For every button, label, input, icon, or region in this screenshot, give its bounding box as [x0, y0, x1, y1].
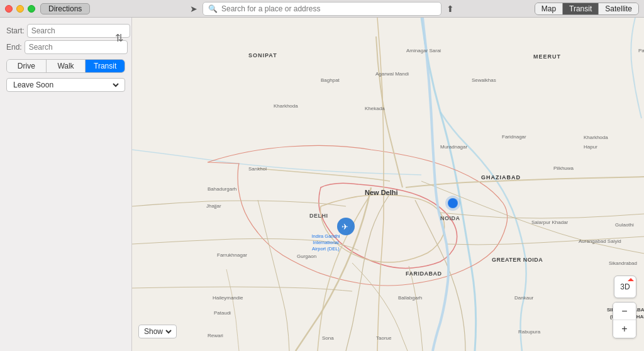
svg-text:Taorue: Taorue	[376, 335, 392, 341]
end-label: End:	[6, 43, 22, 52]
map-type-map[interactable]: Map	[535, 3, 563, 14]
route-inputs: Start: End: ⇅	[6, 24, 125, 54]
svg-text:Faridnagar: Faridnagar	[502, 134, 526, 140]
svg-text:Sankhol: Sankhol	[248, 166, 267, 172]
end-row: End:	[6, 40, 125, 54]
svg-text:✈: ✈	[341, 222, 348, 231]
map-type-transit[interactable]: Transit	[563, 3, 599, 14]
directions-button[interactable]: Directions	[40, 3, 90, 14]
svg-text:NOIDA: NOIDA	[440, 215, 460, 221]
start-row: Start:	[6, 24, 125, 38]
minimize-button[interactable]	[16, 5, 24, 13]
svg-text:MEERUT: MEERUT	[533, 53, 561, 60]
map-right-controls: 3D − +	[613, 276, 636, 338]
3d-button[interactable]: 3D	[614, 276, 636, 298]
depart-select-wrapper[interactable]: Leave Soon Depart At... Arrive By...	[6, 78, 125, 92]
map-svg: SONIPAT Aminagar Sarai MEERUT Parikshitg…	[132, 18, 644, 351]
svg-text:DELHI: DELHI	[309, 213, 328, 219]
svg-text:Haileymandie: Haileymandie	[213, 295, 243, 301]
zoom-controls: − +	[613, 302, 636, 338]
titlebar-center: ➤ 🔍 ⬆	[190, 2, 454, 16]
svg-text:Airport (DEL): Airport (DEL)	[312, 246, 340, 252]
svg-text:FARIDABAD: FARIDABAD	[406, 270, 442, 277]
svg-text:Indira Gandhi: Indira Gandhi	[311, 233, 340, 239]
close-button[interactable]	[5, 5, 13, 13]
svg-text:Dankaur: Dankaur	[514, 295, 534, 301]
search-input[interactable]	[221, 4, 436, 13]
traffic-lights	[5, 5, 35, 13]
start-label: Start:	[6, 26, 25, 35]
svg-text:Ballabgarh: Ballabgarh	[398, 295, 422, 301]
map-area[interactable]: SONIPAT Aminagar Sarai MEERUT Parikshitg…	[132, 18, 644, 351]
svg-text:New Delhi: New Delhi	[365, 189, 398, 196]
zoom-out-button[interactable]: −	[613, 303, 636, 320]
svg-text:Agarwal Mandi: Agarwal Mandi	[375, 71, 409, 77]
map-bottom-controls: Show	[138, 325, 177, 338]
svg-text:Kharkhoda: Kharkhoda	[274, 103, 298, 109]
drive-button[interactable]: Drive	[7, 60, 47, 72]
swap-button[interactable]: ⇅	[113, 25, 125, 50]
walk-button[interactable]: Walk	[47, 60, 86, 72]
svg-text:Aurangabad Saiyid: Aurangabad Saiyid	[579, 238, 621, 244]
svg-text:Kharkhoda: Kharkhoda	[584, 135, 608, 140]
svg-text:GHAZIABAD: GHAZIABAD	[481, 174, 521, 181]
navigation-icon: ➤	[190, 4, 197, 14]
search-icon: 🔍	[208, 4, 218, 13]
svg-text:Aminagar Sarai: Aminagar Sarai	[406, 48, 441, 53]
svg-text:International: International	[313, 240, 339, 245]
show-select-wrapper[interactable]: Show	[138, 325, 177, 338]
svg-text:Gurgaon: Gurgaon	[297, 254, 316, 259]
svg-text:Bahadurgarh: Bahadurgarh	[208, 186, 236, 192]
depart-select[interactable]: Leave Soon Depart At... Arrive By...	[11, 80, 121, 90]
share-icon[interactable]: ⬆	[447, 4, 454, 14]
svg-text:Salarpur Khadar: Salarpur Khadar	[531, 220, 569, 225]
zoom-in-button[interactable]: +	[613, 320, 636, 338]
sidebar: Start: End: ⇅ Drive Walk Transit Leave S…	[0, 18, 132, 351]
svg-text:Jhajjar: Jhajjar	[206, 203, 221, 209]
svg-point-57	[449, 199, 457, 207]
svg-text:SONIPAT: SONIPAT	[248, 52, 277, 58]
svg-text:Rewari: Rewari	[208, 333, 223, 338]
svg-text:Sona: Sona	[322, 335, 334, 341]
maximize-button[interactable]	[28, 5, 35, 13]
svg-text:Rabupura: Rabupura	[518, 329, 541, 335]
svg-text:Sikandrabad: Sikandrabad	[609, 260, 637, 266]
svg-text:Pataudi: Pataudi	[214, 310, 231, 316]
titlebar: Directions ➤ 🔍 ⬆ Map Transit Satellite	[0, 0, 644, 18]
show-select[interactable]: Show	[142, 326, 174, 337]
svg-text:Parikshitgarh: Parikshitgarh	[638, 48, 644, 53]
svg-text:Muradnagar: Muradnagar	[440, 144, 467, 150]
svg-text:Hapur: Hapur	[584, 144, 597, 150]
search-bar[interactable]: 🔍	[203, 2, 441, 16]
map-type-buttons: Map Transit Satellite	[535, 3, 639, 15]
map-type-satellite[interactable]: Satellite	[599, 3, 638, 14]
svg-text:Gulaothi: Gulaothi	[615, 222, 634, 228]
svg-text:Khekada: Khekada	[365, 106, 385, 111]
svg-text:Farrukhnagar: Farrukhnagar	[217, 252, 247, 258]
svg-text:GREATER NOIDA: GREATER NOIDA	[492, 257, 543, 263]
main-content: Start: End: ⇅ Drive Walk Transit Leave S…	[0, 18, 644, 351]
svg-text:Pilkhuwa: Pilkhuwa	[553, 165, 574, 171]
transit-button[interactable]: Transit	[86, 60, 125, 72]
transport-buttons: Drive Walk Transit	[6, 59, 125, 73]
svg-text:Sewalkhas: Sewalkhas	[472, 77, 496, 83]
svg-text:Baghpat: Baghpat	[321, 77, 340, 83]
svg-rect-0	[132, 18, 644, 351]
